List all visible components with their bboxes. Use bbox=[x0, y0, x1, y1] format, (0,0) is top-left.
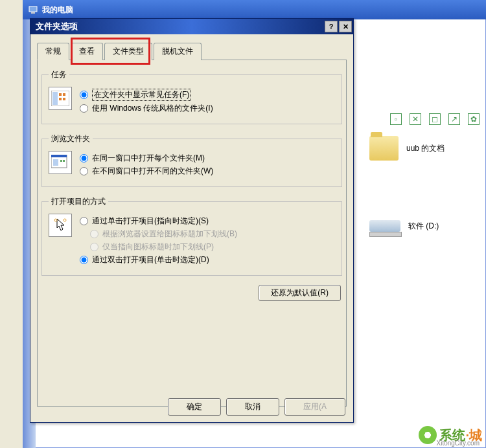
drive-icon bbox=[369, 220, 400, 232]
radio-click-double[interactable]: 通过双击打开项目(单击时选定)(D) bbox=[80, 254, 335, 265]
radio-label: 使用 Windows 传统风格的文件夹(I) bbox=[92, 103, 213, 114]
radio-input[interactable] bbox=[80, 91, 88, 99]
file-item-drive[interactable]: 软件 (D:) bbox=[369, 220, 439, 232]
radio-input[interactable] bbox=[80, 167, 88, 175]
file-label: uub 的文档 bbox=[406, 143, 445, 154]
svg-rect-5 bbox=[63, 93, 65, 96]
radio-tasks-classic[interactable]: 使用 Windows 传统风格的文件夹(I) bbox=[80, 103, 335, 114]
svg-rect-10 bbox=[53, 159, 58, 166]
svg-rect-9 bbox=[51, 155, 67, 157]
tab-view[interactable]: 查看 bbox=[71, 43, 103, 60]
radio-label: 在文件夹中显示常见任务(F) bbox=[92, 89, 191, 101]
radio-input[interactable] bbox=[80, 256, 88, 264]
radio-label: 在不同窗口中打开不同的文件夹(W) bbox=[92, 166, 213, 177]
folder-icon bbox=[369, 136, 399, 161]
svg-rect-7 bbox=[63, 98, 65, 100]
tab-bar: 常规 查看 文件类型 脱机文件 bbox=[37, 42, 347, 60]
radio-click-single[interactable]: 通过单击打开项目(指向时选定)(S) bbox=[80, 216, 335, 227]
explorer-title: 我的电脑 bbox=[42, 5, 73, 16]
radio-tasks-common[interactable]: 在文件夹中显示常见任务(F) bbox=[80, 89, 335, 101]
computer-icon bbox=[28, 5, 38, 15]
radio-browse-same[interactable]: 在同一窗口中打开每个文件夹(M) bbox=[80, 153, 335, 164]
svg-rect-11 bbox=[60, 160, 62, 162]
group-click-legend: 打开项目的方式 bbox=[49, 196, 108, 207]
file-label: 软件 (D:) bbox=[408, 221, 439, 232]
radio-underline-hover: 仅当指向图标标题时加下划线(P) bbox=[90, 241, 335, 252]
tab-general[interactable]: 常规 bbox=[37, 43, 69, 60]
group-tasks: 任务 在文件夹中显示常见任务(F) 使用 Windows 传统风格的文件夹(I) bbox=[41, 69, 342, 124]
radio-input bbox=[90, 230, 98, 238]
svg-rect-3 bbox=[52, 92, 58, 105]
toolbar-icon-1[interactable]: ▫ bbox=[390, 113, 402, 125]
group-click: 打开项目的方式 通过单击打开项目(指向时选定)(S) 根据浏览器设置给图标标题加… bbox=[41, 196, 342, 276]
radio-input bbox=[90, 243, 98, 251]
radio-label: 在同一窗口中打开每个文件夹(M) bbox=[92, 153, 205, 164]
explorer-titlebar: 我的电脑 bbox=[23, 0, 486, 19]
svg-rect-4 bbox=[59, 93, 62, 96]
svg-rect-6 bbox=[59, 98, 62, 100]
group-tasks-legend: 任务 bbox=[49, 69, 69, 80]
radio-input[interactable] bbox=[80, 217, 88, 225]
radio-label: 仅当指向图标标题时加下划线(P) bbox=[102, 241, 214, 252]
svg-rect-1 bbox=[31, 12, 35, 14]
group-browse: 浏览文件夹 在同一窗口中打开每个文件夹(M) 在不同窗口中打开不同的文件夹(W) bbox=[41, 133, 342, 187]
apply-button: 应用(A bbox=[284, 398, 345, 416]
radio-input[interactable] bbox=[80, 104, 88, 113]
watermark-logo-icon bbox=[419, 426, 437, 444]
close-button[interactable]: ✕ bbox=[339, 21, 352, 32]
tab-filetypes[interactable]: 文件类型 bbox=[104, 43, 152, 60]
radio-input[interactable] bbox=[80, 154, 88, 162]
toolbar-icon-4[interactable]: ↗ bbox=[448, 113, 460, 125]
tab-content: 任务 在文件夹中显示常见任务(F) 使用 Windows 传统风格的文件夹(I) bbox=[37, 60, 347, 407]
restore-defaults-button[interactable]: 还原为默认值(R) bbox=[259, 285, 341, 301]
svg-rect-12 bbox=[63, 160, 65, 162]
dialog-titlebar: 文件夹选项 ? ✕ bbox=[30, 19, 353, 34]
browse-icon bbox=[49, 151, 72, 174]
radio-label: 通过单击打开项目(指向时选定)(S) bbox=[92, 216, 209, 227]
toolbar-icon-3[interactable]: ◻ bbox=[429, 113, 441, 125]
ok-button[interactable]: 确定 bbox=[168, 398, 221, 416]
svg-point-13 bbox=[54, 219, 57, 221]
svg-rect-0 bbox=[29, 6, 37, 12]
toolbar-icon-5[interactable]: ✿ bbox=[468, 113, 480, 125]
cancel-button[interactable]: 取消 bbox=[226, 398, 279, 416]
dialog-title: 文件夹选项 bbox=[36, 21, 78, 32]
radio-label: 通过双击打开项目(单击时选定)(D) bbox=[92, 254, 209, 265]
help-button[interactable]: ? bbox=[325, 21, 338, 32]
tab-offline[interactable]: 脱机文件 bbox=[154, 43, 202, 60]
svg-point-14 bbox=[64, 219, 66, 221]
click-icon bbox=[49, 214, 72, 237]
tasks-icon bbox=[49, 87, 72, 110]
explorer-toolbar: ▫ ✕ ◻ ↗ ✿ bbox=[390, 113, 480, 125]
radio-browse-new[interactable]: 在不同窗口中打开不同的文件夹(W) bbox=[80, 166, 335, 177]
group-browse-legend: 浏览文件夹 bbox=[49, 133, 93, 144]
file-item-folder[interactable]: uub 的文档 bbox=[369, 136, 445, 161]
radio-label: 根据浏览器设置给图标标题加下划线(B) bbox=[102, 229, 237, 240]
dialog-button-row: 确定 取消 应用(A bbox=[168, 398, 345, 416]
toolbar-icon-2[interactable]: ✕ bbox=[410, 113, 421, 125]
watermark-url: XitongCity.com bbox=[436, 440, 480, 447]
folder-options-dialog: 文件夹选项 ? ✕ 常规 查看 文件类型 脱机文件 任务 在文件夹中显示常见任务… bbox=[30, 18, 354, 423]
radio-underline-browser: 根据浏览器设置给图标标题加下划线(B) bbox=[90, 229, 335, 240]
